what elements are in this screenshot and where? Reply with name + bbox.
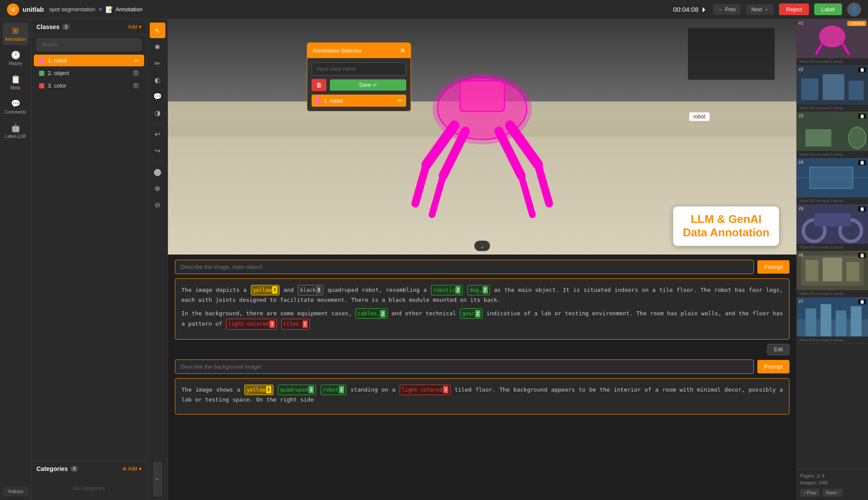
next-button[interactable]: Next → — [746, 4, 774, 15]
prompt1-input[interactable] — [175, 260, 754, 274]
as-class-edit-button[interactable]: ✏ — [398, 97, 403, 104]
tag-yellow-2[interactable]: yellow3 — [244, 385, 273, 395]
thumb-item-6[interactable]: 📋 #6 https://s3.us-east-2.amaz... — [797, 251, 868, 297]
tool-undo[interactable]: ↩ — [150, 126, 165, 142]
thumb-svg-5 — [797, 205, 868, 244]
categories-add-button[interactable]: ⊕Add — [122, 466, 137, 472]
as-class-name: 1. robot — [324, 98, 394, 104]
canvas-area: robot LLM & GenAI Data Annotation ⌄ Anno… — [168, 19, 796, 500]
label-button[interactable]: Label — [814, 3, 842, 15]
tool-zoom-out[interactable]: ⊖ — [150, 197, 165, 212]
sidebar-item-label-llm[interactable]: 🤖 Label-LLM — [3, 120, 29, 142]
prev-button[interactable]: ← Prev — [713, 4, 741, 15]
svg-rect-25 — [810, 167, 853, 189]
thumb-item-5[interactable]: 📋 #5 https://s3.us-east-2.amaz... — [797, 205, 868, 251]
side-collapse-button[interactable]: › — [153, 462, 162, 497]
class-edit-icon-robot[interactable]: ✏ — [135, 58, 139, 64]
tool-comment[interactable]: 💬 — [150, 88, 165, 104]
equipment-box — [688, 28, 775, 80]
tool-cursor[interactable]: ↖ — [150, 23, 165, 38]
as-save-button[interactable]: Save ↵ — [330, 79, 406, 91]
tool-bar: ↖ ✱ ✏ ◐ 💬 ◑ ↩ ↪ ⬤ ⊕ ⊖ › — [147, 19, 168, 500]
hotkeys-button[interactable]: Hotkeys — [3, 487, 29, 497]
prompt1-button[interactable]: Prompt — [757, 260, 789, 274]
tag-yellow-1[interactable]: yellow3 — [251, 285, 279, 295]
reject-button[interactable]: Reject — [779, 3, 809, 15]
tag-quadruped[interactable]: quadruped2 — [278, 385, 316, 395]
logo-icon: U — [7, 3, 19, 16]
tag-tiles[interactable]: tiles.2 — [281, 319, 310, 329]
svg-rect-17 — [823, 74, 845, 100]
tool-fill[interactable]: ◐ — [150, 72, 165, 88]
breadcrumb-project[interactable]: spot segmentation — [49, 6, 95, 13]
tag-light-colored[interactable]: light-colored3 — [226, 319, 277, 329]
as-save-icon: ↵ — [373, 82, 377, 88]
right-next-button[interactable]: Next › — [822, 489, 842, 497]
timer: 00:04:08 ⏵ — [673, 6, 708, 13]
result-box-1: The image depicts a yellow3 and black3 q… — [175, 278, 789, 340]
search-input[interactable] — [36, 39, 141, 51]
svg-rect-18 — [848, 81, 864, 100]
tag-robotic[interactable]: robotic2 — [431, 285, 463, 295]
tool-zoom-in[interactable]: ⊕ — [150, 180, 165, 196]
tool-ellipse[interactable]: ⬤ — [150, 164, 165, 180]
classes-dropdown-button[interactable]: ▾ — [139, 24, 141, 30]
thumb-num-4: #4 — [799, 160, 803, 165]
edit-button[interactable]: Edit — [767, 344, 789, 355]
tool-circle[interactable]: ◑ — [150, 105, 165, 121]
sidebar-item-comments[interactable]: 💬 Comments — [3, 95, 29, 118]
sidebar-item-comments-label: Comments — [5, 110, 26, 114]
tag-black-1[interactable]: black3 — [298, 285, 323, 295]
sidebar-item-annotation[interactable]: ⊞ Annotation — [3, 23, 29, 45]
thumb-item-2[interactable]: 📋 #2 https://s3.us-east-2.amaz... — [797, 65, 868, 112]
as-close-button[interactable]: ✕ — [400, 46, 405, 55]
tag-cables[interactable]: cables,2 — [355, 308, 388, 319]
categories-title: Categories 0 — [36, 465, 78, 472]
class-item-object[interactable]: 2. object T — [34, 67, 144, 79]
timer-value: 00:04:08 — [673, 6, 698, 13]
thumb-item-1[interactable]: Labeled #1 https://s3.us-east-2.amaz... — [797, 19, 868, 65]
result1-para2: In the background, there are some equipm… — [181, 308, 783, 330]
tool-pen[interactable]: ✏ — [150, 56, 165, 71]
class-color-color — [39, 83, 44, 88]
thumb-item-3[interactable]: 📋 #3 https://s3.us-east-2.amaz... — [797, 112, 868, 158]
class-item-robot[interactable]: 1. robot ✏ — [34, 55, 144, 66]
prompt2-input[interactable] — [175, 359, 754, 374]
as-class-input[interactable] — [312, 62, 406, 75]
canvas-bg[interactable]: robot LLM & GenAI Data Annotation — [168, 19, 796, 255]
tag-dog[interactable]: dog,2 — [467, 285, 490, 295]
as-title: Annotation Selector — [312, 47, 362, 54]
canvas-collapse-button[interactable]: ⌄ — [474, 241, 490, 251]
sidebar-item-llm-label: Label-LLM — [5, 134, 26, 139]
right-prev-button[interactable]: ‹ Prev — [800, 489, 820, 497]
play-icon[interactable]: ⏵ — [701, 6, 708, 13]
result2-para1: The image shows a yellow3 quadruped2 rob… — [181, 385, 783, 405]
class-item-color[interactable]: 3. color T — [34, 80, 144, 92]
thumb-url-4: https://s3.us-east-2.amaz... — [797, 197, 868, 204]
sidebar-item-history[interactable]: 🕐 History — [3, 47, 29, 69]
class-name-color: 3. color — [48, 82, 129, 89]
prompt2-button[interactable]: Prompt — [757, 360, 789, 373]
sidebar-item-meta-label: Meta — [10, 85, 20, 90]
as-class-item-robot[interactable]: 1. robot ✏ — [312, 95, 406, 107]
thumb-item-4[interactable]: 📋 #4 https://s3.us-east-2.amaz... — [797, 158, 868, 205]
thumb-item-7[interactable]: 📋 #7 https://s3.us-east-2.amaz... — [797, 297, 868, 344]
thumb-img-4: 📋 #4 — [797, 158, 868, 197]
svg-point-21 — [848, 127, 866, 149]
sidebar-item-meta[interactable]: 📋 Meta — [3, 71, 29, 94]
svg-rect-29 — [814, 213, 851, 226]
thumb-num-1: #1 — [799, 21, 803, 26]
tag-gear[interactable]: gear2 — [460, 308, 483, 319]
prompt2-row: Prompt — [175, 359, 789, 374]
user-avatar[interactable]: 👤 — [847, 3, 861, 16]
tool-redo[interactable]: ↪ — [150, 143, 165, 158]
tag-robot[interactable]: robot2 — [321, 385, 346, 395]
tool-divider — [151, 123, 164, 124]
categories-count: 0 — [70, 466, 78, 472]
categories-dropdown-button[interactable]: ▾ — [139, 466, 141, 472]
classes-panel: Classes 3 Add ▾ 1. robot ✏ 2. object T 3… — [31, 19, 147, 500]
as-delete-button[interactable]: 🗑 — [312, 79, 326, 91]
classes-add-button[interactable]: Add — [128, 24, 137, 30]
tool-magic[interactable]: ✱ — [150, 39, 165, 55]
tag-light-colored-2[interactable]: light-colored3 — [400, 385, 450, 395]
